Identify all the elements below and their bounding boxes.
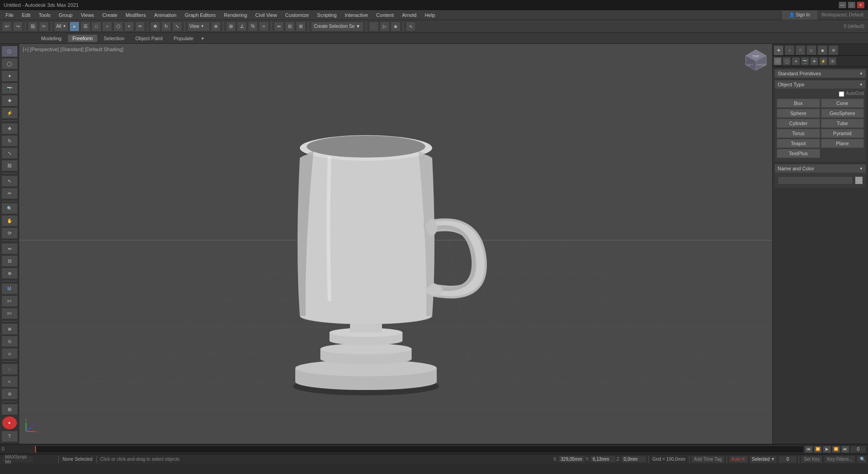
menu-scripting[interactable]: Scripting xyxy=(314,11,340,19)
play-button[interactable]: ▶ xyxy=(823,446,831,453)
textplus-button[interactable]: TextPlus xyxy=(777,149,820,158)
lt-wrap-button[interactable]: ⌾ xyxy=(1,348,18,359)
frame-input[interactable] xyxy=(779,456,797,463)
angle-snap-button[interactable]: ∠ xyxy=(237,21,247,32)
tab-object-paint[interactable]: Object Paint xyxy=(131,35,167,42)
menu-arnold[interactable]: Arnold xyxy=(398,11,420,19)
curve-editor-button[interactable]: ∿ xyxy=(406,21,416,32)
create-helper-button[interactable]: ✚ xyxy=(1,95,18,106)
tab-modeling[interactable]: Modeling xyxy=(37,35,66,42)
search-button[interactable]: 🔍 xyxy=(857,456,866,463)
circular-select-button[interactable]: ○ xyxy=(102,21,112,32)
menu-create[interactable]: Create xyxy=(99,11,121,19)
panel-tab-utilities[interactable]: ⚙ xyxy=(828,45,838,55)
lt-morph-button[interactable]: ⊙ xyxy=(1,336,18,347)
lt-deformer-button[interactable]: ⊗ xyxy=(1,323,18,335)
viewport[interactable]: [+] [Perspective] [Standard] [Default Sh… xyxy=(19,44,772,444)
box-button[interactable]: Box xyxy=(777,99,820,108)
sphere-button[interactable]: Sphere xyxy=(777,109,820,118)
menu-modifiers[interactable]: Modifiers xyxy=(122,11,150,19)
snap-3d-button[interactable]: ⊞ xyxy=(226,21,236,32)
lt-particle-button[interactable]: ∴ xyxy=(1,363,18,375)
align-button[interactable]: ⊟ xyxy=(285,21,295,32)
key-filters-button[interactable]: Key Filters... xyxy=(824,456,855,463)
render-button[interactable]: ▷ xyxy=(380,21,390,32)
lt-question-button[interactable]: ? xyxy=(1,431,18,442)
panel-tab-display[interactable]: ◉ xyxy=(817,45,827,55)
plane-button[interactable]: Plane xyxy=(821,139,864,148)
lt-zoom-button[interactable]: 🔍 xyxy=(1,203,18,214)
menu-help[interactable]: Help xyxy=(421,11,439,19)
lt-align-button[interactable]: ⊟ xyxy=(1,255,18,267)
select-scale-button[interactable]: ⤡ xyxy=(172,21,182,32)
tab-selection[interactable]: Selection xyxy=(99,35,129,42)
create-selection-set-button[interactable]: Create Selection Se ▼ xyxy=(311,21,364,32)
lt-color-button[interactable]: ● xyxy=(2,416,17,430)
last-frame-button[interactable]: ⏭ xyxy=(841,446,849,453)
create-light-button[interactable]: ✦ xyxy=(1,70,18,82)
create-shape-button[interactable]: ◯ xyxy=(1,58,18,69)
menu-file[interactable]: File xyxy=(2,11,17,19)
select-object-button[interactable]: ▸ xyxy=(69,21,79,32)
lt-cloth-button[interactable]: ⊜ xyxy=(1,388,18,400)
select-link-button[interactable]: ⛓ xyxy=(28,21,38,32)
menu-interactive[interactable]: Interactive xyxy=(341,11,372,19)
rectangular-select-button[interactable]: □ xyxy=(91,21,101,32)
select-move-button[interactable]: ✥ xyxy=(150,21,160,32)
lt-mirror-button[interactable]: ⇔ xyxy=(1,243,18,254)
geosphere-button[interactable]: GeoSphere xyxy=(821,109,864,118)
lt-link-button[interactable]: ⛓ xyxy=(1,160,18,171)
layer-manager-button[interactable]: ⊞ xyxy=(296,21,306,32)
color-swatch[interactable] xyxy=(855,176,863,184)
tube-button[interactable]: Tube xyxy=(821,119,864,128)
menu-tools[interactable]: Tools xyxy=(35,11,54,19)
redo-button[interactable]: ↪ xyxy=(13,21,23,32)
lt-scale-button[interactable]: ⤡ xyxy=(1,147,18,159)
menu-animation[interactable]: Animation xyxy=(151,11,180,19)
object-name-input[interactable] xyxy=(778,176,853,184)
spacewarps-icon[interactable]: ⚡ xyxy=(819,57,827,65)
fence-select-button[interactable]: ⬠ xyxy=(113,21,123,32)
auto-key-button[interactable]: Auto K xyxy=(729,456,748,463)
panel-tab-motion[interactable]: ▷ xyxy=(806,45,816,55)
create-camera-button[interactable]: 📷 xyxy=(1,83,18,94)
object-type-header[interactable]: Object Type ▼ xyxy=(774,80,866,89)
create-geometry-button[interactable]: ⬡ xyxy=(1,46,18,57)
teapot-button[interactable]: Teapot xyxy=(777,139,820,148)
panel-tab-hierarchy[interactable]: ⚐ xyxy=(795,45,805,55)
create-spacewarp-button[interactable]: ⚡ xyxy=(1,107,18,119)
pivot-button[interactable]: ⊕ xyxy=(211,21,221,32)
pyramid-button[interactable]: Pyramid xyxy=(821,129,864,138)
lt-select-button[interactable]: ↖ xyxy=(1,175,18,187)
minimize-button[interactable]: — xyxy=(839,2,846,8)
standard-primitives-header[interactable]: Standard Primitives ▼ xyxy=(774,69,866,78)
set-key-button[interactable]: Set Key xyxy=(801,456,822,463)
cylinder-button[interactable]: Cylinder xyxy=(777,119,820,128)
lt-paint-button[interactable]: ✏ xyxy=(1,188,18,199)
first-frame-button[interactable]: ⏮ xyxy=(805,446,813,453)
prev-frame-button[interactable]: ⏪ xyxy=(814,446,822,453)
lt-xyzpos2-button[interactable]: XY xyxy=(1,308,18,319)
timeline-track[interactable] xyxy=(35,446,804,453)
unlink-button[interactable]: ✂ xyxy=(39,21,49,32)
undo-button[interactable]: ↩ xyxy=(2,21,12,32)
close-button[interactable]: ✕ xyxy=(857,2,864,8)
lasso-select-button[interactable]: ⌖ xyxy=(124,21,134,32)
shapes-icon[interactable]: ◯ xyxy=(783,57,791,65)
coord-system-dropdown[interactable]: View ▼ xyxy=(187,21,210,32)
mirror-button[interactable]: ⇔ xyxy=(274,21,284,32)
percent-snap-button[interactable]: % xyxy=(248,21,258,32)
select-by-name-button[interactable]: ☰ xyxy=(80,21,90,32)
lt-extra-button[interactable]: ⊞ xyxy=(1,404,18,415)
menu-group[interactable]: Group xyxy=(55,11,76,19)
selection-filter-dropdown[interactable]: All ▼ xyxy=(54,21,68,32)
select-rotate-button[interactable]: ↻ xyxy=(161,21,171,32)
torus-button[interactable]: Torus xyxy=(777,129,820,138)
menu-civil-view[interactable]: Civil View xyxy=(251,11,280,19)
systems-icon[interactable]: ⚙ xyxy=(828,57,837,65)
tab-freeform[interactable]: Freeform xyxy=(68,35,98,42)
render-setup-button[interactable]: 🎥 xyxy=(369,21,379,32)
autogrid-checkbox[interactable] xyxy=(839,91,844,97)
menu-content[interactable]: Content xyxy=(372,11,397,19)
geometry-icon[interactable]: ⬡ xyxy=(774,57,782,65)
